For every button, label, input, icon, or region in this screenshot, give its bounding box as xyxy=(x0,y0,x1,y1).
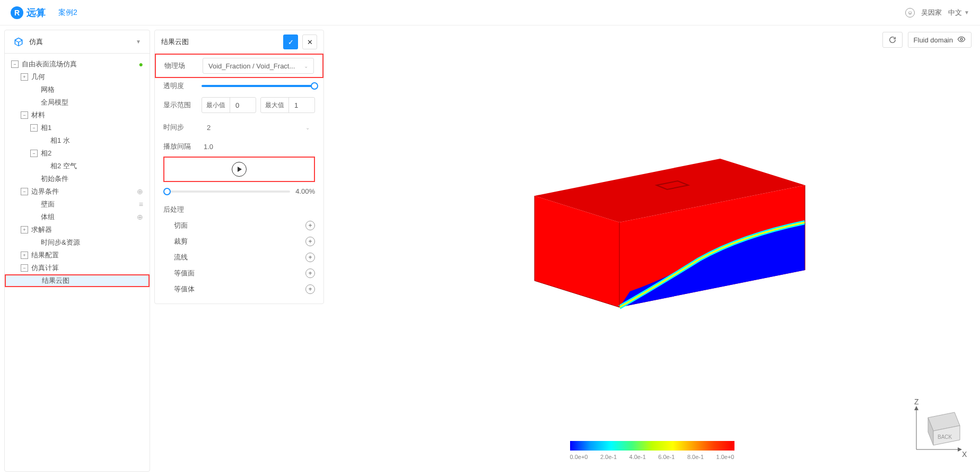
svg-text:BACK: BACK xyxy=(938,434,952,440)
user-name[interactable]: 吴因家 xyxy=(921,8,942,18)
add-button[interactable]: + xyxy=(305,221,315,230)
add-button[interactable]: + xyxy=(305,253,315,262)
tree-label: 几何 xyxy=(31,72,143,82)
tree-item[interactable]: −自由表面流场仿真● xyxy=(5,58,150,71)
tree-item[interactable]: 初始条件 xyxy=(5,172,150,185)
timestep-select[interactable]: 2 ⌄ xyxy=(202,119,315,135)
expand-icon[interactable]: + xyxy=(21,73,28,81)
svg-point-0 xyxy=(960,38,962,40)
post-item: 等值面+ xyxy=(155,265,323,281)
tree-item[interactable]: −仿真计算 xyxy=(5,262,150,274)
range-max-input[interactable]: 最大值 1 xyxy=(260,97,315,113)
domain-selector[interactable]: Fluid domain xyxy=(908,32,972,48)
tree-item[interactable]: −材料 xyxy=(5,109,150,122)
app-header: R 远算 案例2 ☺ 吴因家 中文 ▼ xyxy=(0,0,980,25)
viewport-3d[interactable]: Fluid domain xyxy=(324,25,980,476)
tree-label: 材料 xyxy=(31,110,143,120)
tree-item[interactable]: −相2 xyxy=(5,147,150,160)
tree-item[interactable]: 结果云图 xyxy=(5,274,150,287)
svg-text:Z: Z xyxy=(914,397,919,406)
case-name[interactable]: 案例2 xyxy=(58,8,77,18)
collapse-icon[interactable]: − xyxy=(30,150,38,157)
timestep-row: 时间步 2 ⌄ xyxy=(155,116,323,139)
post-processing-title: 后处理 xyxy=(155,198,323,218)
colormap-tick: 4.0e-1 xyxy=(629,454,646,460)
collapse-icon[interactable]: − xyxy=(30,124,38,132)
expand-icon[interactable]: + xyxy=(21,226,28,233)
progress-slider[interactable] xyxy=(163,191,290,193)
slider-thumb[interactable] xyxy=(311,82,318,90)
range-row: 显示范围 最小值 0 最大值 1 xyxy=(155,94,323,116)
tree-label: 自由表面流场仿真 xyxy=(22,59,139,69)
post-item-label: 流线 xyxy=(174,253,305,262)
close-button[interactable]: ✕ xyxy=(302,34,317,49)
add-button[interactable]: + xyxy=(305,269,315,278)
refresh-icon xyxy=(888,36,897,44)
tree-item[interactable]: 时间步&资源 xyxy=(5,236,150,249)
add-button[interactable]: + xyxy=(305,237,315,246)
menu-icon[interactable]: ≡ xyxy=(139,200,143,209)
tree-item[interactable]: 相2 空气 xyxy=(5,160,150,172)
expand-icon[interactable]: + xyxy=(21,252,28,259)
tree-item[interactable]: 全局模型 xyxy=(5,96,150,109)
add-icon[interactable]: ⊕ xyxy=(137,213,143,221)
chevron-down-icon[interactable]: ▼ xyxy=(136,39,141,45)
tree-item[interactable]: −边界条件⊕ xyxy=(5,185,150,198)
logo: R 远算 xyxy=(11,6,46,19)
refresh-button[interactable] xyxy=(882,32,903,48)
language-selector[interactable]: 中文 ▼ xyxy=(948,8,969,18)
post-item-label: 等值面 xyxy=(174,269,305,278)
axes-gizmo[interactable]: Z X BACK xyxy=(909,396,967,460)
tree-item[interactable]: 网格 xyxy=(5,83,150,96)
color-legend: 0.0e+02.0e-14.0e-16.0e-18.0e-11.0e+0 xyxy=(570,441,734,460)
collapse-icon[interactable]: − xyxy=(11,60,19,68)
post-item: 裁剪+ xyxy=(155,233,323,249)
opacity-label: 透明度 xyxy=(163,81,195,91)
tree-item[interactable]: +几何 xyxy=(5,71,150,83)
tree-label: 时间步&资源 xyxy=(41,238,143,247)
play-button[interactable] xyxy=(232,162,247,177)
add-icon[interactable]: ⊕ xyxy=(137,187,143,196)
colormap-tick: 2.0e-1 xyxy=(600,454,617,460)
tree-item[interactable]: +求解器 xyxy=(5,223,150,236)
play-icon xyxy=(238,167,242,172)
header-right: ☺ 吴因家 中文 ▼ xyxy=(905,8,969,18)
user-icon[interactable]: ☺ xyxy=(905,8,915,18)
tree-item[interactable]: 壁面≡ xyxy=(5,198,150,211)
confirm-button[interactable]: ✓ xyxy=(283,34,298,49)
tree: −自由表面流场仿真●+几何网格全局模型−材料−相1相1 水−相2相2 空气初始条… xyxy=(5,54,150,291)
collapse-icon[interactable]: − xyxy=(21,188,28,195)
status-ok-icon: ● xyxy=(139,60,143,68)
colormap-bar xyxy=(570,441,734,451)
play-button-wrapper xyxy=(163,157,315,182)
tree-item[interactable]: 相1 水 xyxy=(5,134,150,147)
interval-value[interactable]: 1.0 xyxy=(202,143,315,151)
collapse-icon[interactable]: − xyxy=(21,264,28,272)
progress-percent: 4.00% xyxy=(295,187,315,195)
opacity-slider[interactable] xyxy=(202,85,315,87)
tree-label: 相1 xyxy=(41,123,143,133)
range-label: 显示范围 xyxy=(163,100,195,110)
slider-thumb[interactable] xyxy=(163,188,171,195)
range-min-input[interactable]: 最小值 0 xyxy=(202,97,256,113)
tree-label: 结果云图 xyxy=(42,276,142,285)
tree-label: 全局模型 xyxy=(41,98,143,107)
sidebar-header[interactable]: 仿真 ▼ xyxy=(5,30,150,54)
add-button[interactable]: + xyxy=(305,284,315,294)
collapse-icon[interactable]: − xyxy=(21,111,28,119)
tree-label: 相2 空气 xyxy=(50,161,143,171)
field-select-row: 物理场 Void_Fraction / Void_Fract... ⌄ xyxy=(155,54,323,78)
tree-label: 网格 xyxy=(41,85,143,94)
chevron-down-icon: ⌄ xyxy=(304,63,308,69)
panel-title: 结果云图 xyxy=(161,37,279,47)
chevron-down-icon: ⌄ xyxy=(305,125,310,131)
post-item-label: 裁剪 xyxy=(174,237,305,246)
panel-header: 结果云图 ✓ ✕ xyxy=(155,30,323,54)
tree-item[interactable]: 体组⊕ xyxy=(5,211,150,223)
progress-row: 4.00% xyxy=(155,184,323,198)
tree-label: 初始条件 xyxy=(41,174,143,184)
field-select[interactable]: Void_Fraction / Void_Fract... ⌄ xyxy=(203,58,314,74)
tree-item[interactable]: −相1 xyxy=(5,122,150,134)
sidebar-title: 仿真 xyxy=(29,37,130,47)
tree-item[interactable]: +结果配置 xyxy=(5,249,150,262)
